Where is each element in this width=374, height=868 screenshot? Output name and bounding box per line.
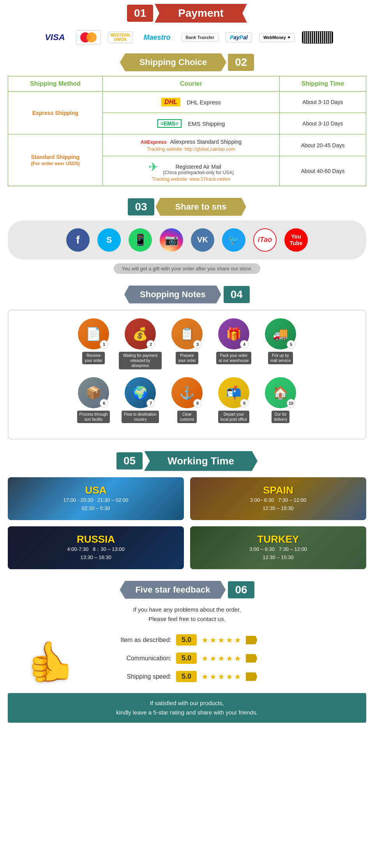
ems-courier: ≡EMS≡ EMS Shipping [102,113,279,134]
notes-banner: Shopping Notes 04 [8,286,366,303]
russia-times: 4:00-7:30 8：30 – 13:0013:30 – 16:30 [67,545,124,562]
step-5-emoji: 🚚 [273,326,288,341]
standard-method-line2: (For order over USD5) [31,161,79,166]
spain-card: SPAIN 3:00– 6:30 7:30 – 12:0012:30 – 15:… [190,477,366,520]
step-8-num: 8 [193,399,202,408]
paypal-p2: P [240,34,243,41]
turkey-times: 3:00 – 6:30 7:30 – 12:0012:30 – 15:30 [249,545,307,562]
col-method: Shipping Method [8,76,103,92]
shipping-banner: Shipping Choice 02 [8,53,366,71]
instagram-icon[interactable]: 📷 [160,228,183,252]
step-4-label: Pack your orderat our warehouse [216,352,251,364]
ems-time: About 3-10 Days [279,113,366,134]
russia-country: RUSSIA [77,533,115,545]
step-7-num: 7 [146,399,155,408]
step-9-num: 9 [240,399,249,408]
step-1-icon: 📄 1 [78,318,109,349]
payment-title: Payment [155,4,247,23]
rating-row-1: Item as described: 5.0 ★ ★ ★ ★ ★ [101,634,366,646]
sns-section-num: 03 [128,198,154,215]
shipping-title: Shipping Choice [120,53,227,71]
paypal-logo: PayPal [226,32,252,42]
facebook-icon[interactable]: f [66,228,90,252]
twitter-icon[interactable]: 🐦 [222,228,245,252]
whatsapp-icon[interactable]: 📱 [129,228,152,252]
step-6-num: 6 [100,399,108,408]
youtube-icon[interactable]: YouTube [284,228,308,252]
sns-section: 03 Share to sns f S 📱 📷 VK 🐦 iTao YouTub… [0,194,374,282]
thumbs-up-image: 👍 [8,632,94,685]
airmail-text: Registered Air Mail (China post/epacket-… [163,164,234,175]
step-8-icon: ⚓ 8 [171,377,203,408]
ali-tracking: Tracking website: http://global.cainiao.… [108,146,274,152]
step-3: 📋 3 Prepareyour order [166,318,208,369]
feedback-bottom-line1: If satisfied with our products, [150,700,224,706]
step-9-icon: 📬 9 [218,377,249,408]
step-4: 🎁 4 Pack your orderat our warehouse [212,318,255,369]
rating-badge-3: 5.0 [176,671,197,682]
step-2-icon: 💰 2 [125,318,156,349]
step-5-label: Pck up bymail service [268,352,293,364]
feedback-section-num: 06 [228,581,254,598]
airmail-tracking: Tracking website: www.17track.net/en [108,176,274,182]
step-10-emoji: 🏠 [273,385,288,400]
star-4: ★ [226,654,233,663]
stars-3: ★ ★ ★ ★ ★ [201,672,241,681]
star-3: ★ [218,672,225,681]
payment-section: 01 Payment VISA WESTERNUNION Maestro Ban… [0,0,374,53]
airmail-sub: (China post/epacket-only for USA) [163,170,234,175]
step-3-icon: 📋 3 [171,318,203,349]
feedback-section: Five star feedback 06 If you have any pr… [0,577,374,730]
payment-banner: 01 Payment [0,4,374,23]
shipping-table: Shipping Method Courier Shipping Time Ex… [8,76,366,186]
shipping-section: Shipping Choice 02 Shipping Method Couri… [0,53,374,194]
steps-row-1: 📄 1 Receiveyour order 💰 2 Waiting for pa… [16,318,358,369]
stars-2: ★ ★ ★ ★ ★ [201,654,241,663]
ems-name: EMS Shipping [188,120,225,127]
feedback-intro-line2: Please feel free to contact us. [148,616,226,622]
airmail-logo: ✈ [148,160,158,174]
ali-courier: AliExpress Aliexpress Standard Shipping … [102,134,279,156]
skype-icon[interactable]: S [97,228,121,252]
airmail-row: ✈ Registered Air Mail (China post/epacke… [108,160,274,182]
step-9-emoji: 📬 [226,385,242,400]
step-3-num: 3 [193,340,202,349]
dhl-courier: DHL DHL Express [102,92,279,113]
airmail-name: Registered Air Mail [163,164,234,170]
payment-logos-row: VISA WESTERNUNION Maestro Bank Transfer … [0,27,374,48]
dhl-name: DHL Express [187,99,221,106]
ems-row: ≡EMS≡ EMS Shipping [108,117,274,130]
notes-title: Shopping Notes [124,286,221,303]
star-5: ★ [234,672,241,681]
notes-section: Shopping Notes 04 📄 1 Receiveyour order … [0,282,374,447]
ali-name: Aliexpress Standard Shipping [170,139,242,145]
spain-times: 3:00– 6:30 7:30 – 12:0012:30 – 15:30 [250,496,307,513]
step-8-label: Clearcustoms [177,411,196,423]
ali-time: About 20-45 Days [279,134,366,156]
step-6-emoji: 📦 [86,385,101,400]
table-row: Express Shipping DHL DHL Express About 3… [8,92,366,113]
working-section: 05 Working Time USA 17:00 - 20:30 21:30 … [0,447,374,577]
step-5-num: 5 [287,340,295,349]
vk-icon[interactable]: VK [191,228,214,252]
arrow-badge-1 [246,636,257,644]
step-10-icon: 🏠 10 [265,377,296,408]
sns-icons-row: f S 📱 📷 VK 🐦 iTao YouTube [8,221,366,259]
airmail-courier: ✈ Registered Air Mail (China post/epacke… [102,156,279,186]
rating-label-3: Shipping speed: [101,673,171,680]
itao-icon[interactable]: iTao [253,228,277,252]
step-7-icon: 🌍 7 [125,377,156,408]
working-grid: USA 17:00 - 20:30 21:30 – 02:0002:30 – 5… [8,477,366,569]
step-9: 📬 9 Depart yourlocal post office [212,377,255,423]
express-method: Express Shipping [8,92,103,134]
russia-card: RUSSIA 4:00-7:30 8：30 – 13:0013:30 – 16:… [8,526,184,569]
star-1: ★ [201,654,208,663]
star-1: ★ [201,635,208,645]
sns-banner: 03 Share to sns [8,198,366,216]
working-title: Working Time [144,451,258,471]
paypal-p: P [230,34,233,41]
ratings-column: Item as described: 5.0 ★ ★ ★ ★ ★ Communi… [101,634,366,682]
mc-yellow-circle [86,32,97,42]
spain-country: SPAIN [263,484,293,496]
step-2-label: Waiting for paymentreleased by alixepres… [119,352,162,369]
